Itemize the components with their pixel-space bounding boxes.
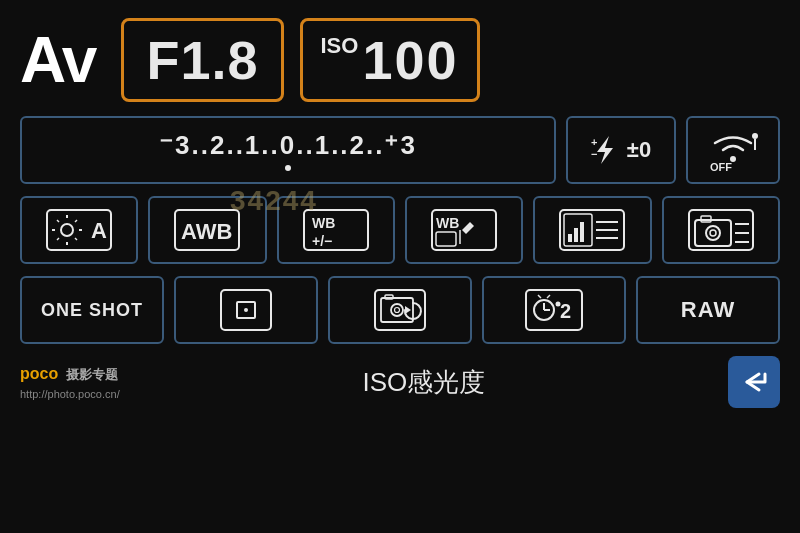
svg-marker-27 — [462, 222, 474, 234]
back-arrow-icon — [739, 369, 769, 395]
svg-text:−: − — [591, 148, 597, 160]
svg-line-15 — [57, 238, 59, 240]
exposure-scale-box[interactable]: ⁻3..2..1..0..1..2..⁺3 — [20, 116, 556, 184]
svg-rect-51 — [385, 295, 393, 299]
svg-point-8 — [61, 224, 73, 236]
wifi-icon: OFF — [702, 128, 764, 172]
camera-settings-icon — [687, 208, 755, 252]
bottom-row: poco 摄影专题 http://photo.poco.cn/ ISO感光度 — [20, 356, 780, 408]
iso-footer-label: ISO感光度 — [120, 365, 728, 400]
svg-text:2: 2 — [560, 300, 571, 322]
metering-center-icon — [219, 288, 273, 332]
svg-point-50 — [395, 308, 400, 313]
awb-cell[interactable]: AWB — [148, 196, 266, 264]
wb-adjust-cell[interactable]: WB +/− — [277, 196, 395, 264]
svg-text:WB: WB — [436, 215, 459, 231]
raw-label: RAW — [681, 297, 735, 323]
svg-marker-52 — [405, 306, 411, 314]
svg-text:OFF: OFF — [710, 161, 732, 172]
camera-screen: Av F1.8 ISO 100 ⁻3..2..1..0..1..2..⁺3 + … — [0, 0, 800, 533]
svg-point-46 — [244, 308, 248, 312]
awb-icon: AWB — [173, 208, 241, 252]
top-row: Av F1.8 ISO 100 — [20, 18, 780, 102]
svg-rect-37 — [695, 220, 731, 246]
aperture-box[interactable]: F1.8 — [121, 18, 283, 102]
svg-text:A: A — [91, 218, 107, 243]
brand-info: poco 摄影专题 http://photo.poco.cn/ — [20, 362, 120, 403]
exposure-dot — [285, 165, 291, 171]
svg-rect-32 — [580, 222, 584, 242]
brand-subtitle: 摄影专题 — [66, 367, 118, 382]
svg-text:+: + — [591, 136, 597, 148]
metering-cell[interactable]: A — [20, 196, 138, 264]
timer-icon: 2 — [524, 288, 584, 332]
picture-style-cell[interactable] — [533, 196, 651, 264]
live-view-icon — [373, 288, 427, 332]
brand-logo: poco 摄影专题 — [20, 362, 120, 386]
live-view-cell[interactable] — [328, 276, 472, 344]
one-shot-cell[interactable]: ONE SHOT — [20, 276, 164, 344]
svg-point-40 — [710, 230, 716, 236]
svg-text:+/−: +/− — [312, 233, 332, 249]
wb-custom-icon: WB — [430, 208, 498, 252]
exposure-row: ⁻3..2..1..0..1..2..⁺3 + − ±0 OFF — [20, 116, 780, 184]
iso-value: 100 — [362, 29, 458, 91]
svg-text:WB: WB — [312, 215, 335, 231]
wifi-box[interactable]: OFF — [686, 116, 780, 184]
exposure-scale: ⁻3..2..1..0..1..2..⁺3 — [159, 130, 417, 161]
svg-point-5 — [752, 133, 758, 139]
flash-value: ±0 — [627, 137, 651, 163]
svg-point-60 — [556, 302, 561, 307]
svg-text:AWB: AWB — [181, 219, 232, 244]
mode-label: Av — [20, 23, 95, 97]
flash-compensation-box[interactable]: + − ±0 — [566, 116, 676, 184]
svg-marker-0 — [597, 136, 613, 164]
one-shot-label: ONE SHOT — [41, 300, 143, 321]
svg-point-49 — [391, 304, 403, 316]
timer-cell[interactable]: 2 — [482, 276, 626, 344]
iso-prefix: ISO — [321, 33, 359, 59]
wb-custom-cell[interactable]: WB — [405, 196, 523, 264]
svg-line-58 — [547, 295, 550, 298]
wb-adjust-icon: WB +/− — [302, 208, 370, 252]
svg-rect-36 — [689, 210, 753, 250]
icon-row-2: A AWB WB +/− WB — [20, 196, 780, 264]
brand-url: http://photo.poco.cn/ — [20, 386, 120, 403]
iso-box[interactable]: ISO 100 — [300, 18, 480, 102]
svg-rect-30 — [568, 234, 572, 242]
svg-line-57 — [538, 295, 541, 298]
svg-rect-25 — [436, 232, 456, 246]
metering-center-cell[interactable] — [174, 276, 318, 344]
metering-icon: A — [45, 208, 113, 252]
svg-point-39 — [706, 226, 720, 240]
raw-cell[interactable]: RAW — [636, 276, 780, 344]
back-button[interactable] — [728, 356, 780, 408]
svg-line-14 — [75, 220, 77, 222]
icon-row-3: ONE SHOT — [20, 276, 780, 344]
flash-icon: + − — [591, 134, 619, 166]
svg-line-13 — [57, 220, 59, 222]
picture-style-icon — [558, 208, 626, 252]
svg-rect-31 — [574, 228, 578, 242]
svg-line-16 — [75, 238, 77, 240]
camera-settings-cell[interactable] — [662, 196, 780, 264]
